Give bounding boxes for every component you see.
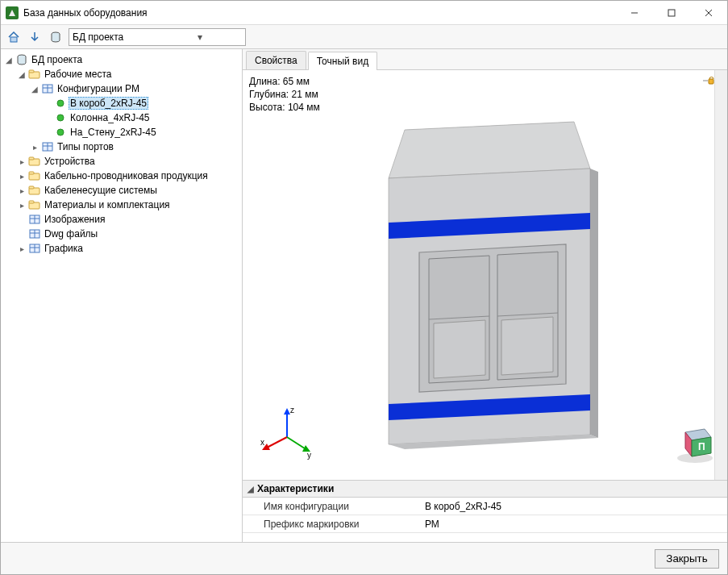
tree-label: Кабельно-проводниковая продукция: [43, 170, 210, 181]
svg-point-12: [57, 100, 64, 106]
tree-label: Изображения: [43, 214, 106, 225]
tab-label: Точный вид: [317, 56, 368, 67]
tree-label: В короб_2xRJ-45: [69, 97, 148, 110]
collapse-icon[interactable]: ◢: [17, 69, 27, 79]
database-icon: [15, 53, 28, 66]
svg-marker-40: [590, 169, 598, 438]
dim-length: Длина: 65 мм: [249, 75, 320, 88]
table-icon: [41, 82, 54, 95]
folder-open-icon: [28, 68, 41, 81]
chevron-down-icon: ▾: [157, 31, 242, 43]
tree-label: Dwg файлы: [43, 228, 99, 240]
maximize-button[interactable]: [653, 1, 690, 25]
scrollbar-vertical[interactable]: [714, 70, 727, 480]
expand-icon[interactable]: ▸: [17, 200, 27, 210]
dimensions-readout: Длина: 65 мм Глубина: 21 мм Высота: 104 …: [249, 75, 320, 114]
expand-icon[interactable]: ▸: [17, 244, 27, 253]
folder-icon: [28, 198, 41, 211]
tree-label: Устройства: [43, 156, 97, 167]
svg-line-54: [265, 437, 287, 448]
svg-rect-37: [709, 79, 713, 84]
table-icon: [28, 242, 41, 255]
tab-label: Свойства: [255, 55, 297, 66]
database-select-label: БД проекта: [73, 31, 157, 43]
expand-icon[interactable]: ▸: [17, 171, 27, 181]
dim-height: Высота: 104 мм: [249, 101, 320, 114]
view3d[interactable]: Длина: 65 мм Глубина: 21 мм Высота: 104 …: [243, 70, 727, 481]
dot-green-icon: [54, 111, 67, 124]
tree-item[interactable]: Колонна_4xRJ-45: [40, 110, 242, 125]
expand-icon[interactable]: ▸: [17, 156, 27, 166]
tree-item-selected[interactable]: В короб_2xRJ-45: [40, 96, 242, 110]
tree-pane[interactable]: ◢ БД проекта ◢ Рабочие места: [1, 49, 243, 542]
dot-green-icon: [54, 126, 67, 139]
tree-label: БД проекта: [30, 54, 84, 65]
tree-label: Типы портов: [56, 141, 115, 152]
close-button[interactable]: [690, 1, 727, 25]
tree-graphics[interactable]: ▸ Графика: [14, 241, 242, 256]
collapse-icon[interactable]: ◢: [248, 485, 254, 494]
svg-point-13: [57, 115, 64, 121]
tree-images[interactable]: Изображения: [14, 212, 242, 227]
axis-y-label: y: [307, 451, 311, 460]
svg-rect-8: [29, 70, 34, 73]
collapse-icon[interactable]: ◢: [30, 84, 40, 94]
table-icon: [41, 140, 54, 153]
dim-depth: Глубина: 21 мм: [249, 88, 320, 101]
tab-properties[interactable]: Свойства: [246, 51, 306, 69]
property-key: Префикс маркировки: [243, 519, 420, 530]
property-key: Имя конфигурации: [243, 501, 420, 512]
tree-workplaces[interactable]: ◢ Рабочие места: [14, 67, 242, 81]
tree-label: Рабочие места: [43, 69, 113, 80]
svg-marker-53: [284, 408, 290, 415]
svg-marker-50: [501, 317, 553, 375]
axis-x-label: x: [260, 438, 264, 447]
svg-rect-19: [29, 157, 34, 160]
table-icon: [28, 227, 41, 240]
minimize-button[interactable]: [616, 1, 653, 25]
window-title: База данных оборудования: [23, 7, 616, 19]
svg-rect-23: [29, 186, 34, 189]
svg-rect-21: [29, 172, 34, 174]
properties-header[interactable]: ◢ Характеристики: [243, 481, 727, 498]
collapse-icon[interactable]: ◢: [4, 55, 14, 65]
tree-cable-systems[interactable]: ▸ Кабеленесущие системы: [14, 183, 242, 198]
home-icon[interactable]: [6, 29, 22, 45]
svg-rect-25: [29, 201, 34, 203]
expand-icon[interactable]: ▸: [30, 142, 40, 152]
svg-marker-49: [434, 320, 485, 378]
tree-devices[interactable]: ▸ Устройства: [14, 154, 242, 169]
app-icon: [6, 6, 19, 19]
tab-exact-view[interactable]: Точный вид: [308, 52, 377, 70]
expand-icon[interactable]: ▸: [17, 185, 27, 195]
tree-label: Колонна_4xRJ-45: [69, 112, 152, 123]
property-value[interactable]: В короб_2xRJ-45: [420, 501, 727, 512]
svg-point-14: [57, 129, 64, 135]
database-icon[interactable]: [48, 29, 64, 45]
folder-icon: [28, 169, 41, 182]
tree-materials[interactable]: ▸ Материалы и комплектация: [14, 198, 242, 212]
close-button-label: Закрыть: [666, 552, 707, 565]
model-3d: [356, 98, 614, 452]
axis-z-label: z: [290, 406, 294, 415]
tree-config-rm[interactable]: ◢ Конфигурации РМ: [27, 81, 242, 96]
viewcube-face-label: П: [698, 441, 705, 452]
tree-port-types[interactable]: ▸ Типы портов: [27, 140, 242, 154]
properties-panel: ◢ Характеристики Имя конфигурации В коро…: [243, 481, 727, 542]
axis-gizmo: z x y: [259, 405, 315, 464]
folder-icon: [28, 155, 41, 168]
tree-dwg[interactable]: Dwg файлы: [14, 227, 242, 241]
tree-root[interactable]: ◢ БД проекта: [1, 52, 242, 67]
svg-rect-1: [668, 10, 675, 16]
property-value[interactable]: РМ: [420, 519, 727, 530]
database-select[interactable]: БД проекта ▾: [69, 28, 246, 46]
tree-label: Конфигурации РМ: [56, 83, 141, 94]
folder-icon: [28, 184, 41, 197]
close-dialog-button[interactable]: Закрыть: [655, 549, 719, 569]
viewcube[interactable]: П: [672, 419, 718, 467]
property-row[interactable]: Префикс маркировки РМ: [243, 515, 727, 533]
tree-item[interactable]: На_Стену_2xRJ-45: [40, 125, 242, 140]
tree-cables[interactable]: ▸ Кабельно-проводниковая продукция: [14, 169, 242, 183]
down-arrow-icon[interactable]: [27, 29, 43, 45]
property-row[interactable]: Имя конфигурации В короб_2xRJ-45: [243, 498, 727, 515]
